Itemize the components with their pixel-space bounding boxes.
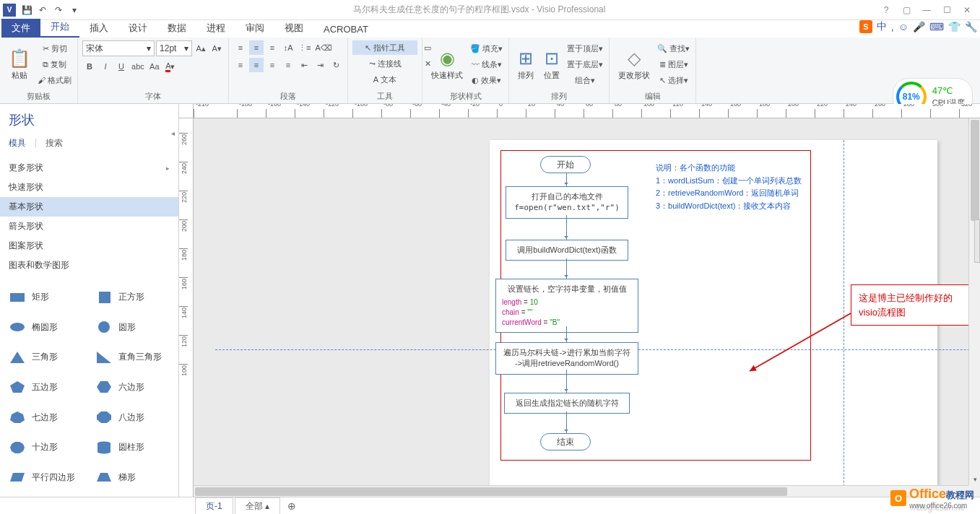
fill-button[interactable]: 🪣 填充▾ [469, 41, 504, 56]
bullets-button[interactable]: ⋮≡ [297, 40, 312, 55]
paste-button[interactable]: 📋 粘贴 [4, 40, 35, 88]
help-icon[interactable]: ? [876, 2, 896, 18]
ime-voice-icon[interactable]: 🎤 [913, 21, 925, 32]
sogou-ime-icon[interactable]: S [859, 20, 872, 33]
tab-design[interactable]: 设计 [118, 19, 157, 38]
shape-hexagon[interactable]: 六边形 [90, 374, 176, 401]
qat-save-icon[interactable]: 💾 [19, 2, 35, 18]
crop-tool-button[interactable]: ✕ [420, 56, 435, 71]
italic-button[interactable]: I [98, 59, 113, 74]
shape-right-triangle[interactable]: 直角三角形 [90, 344, 176, 371]
drawing-page[interactable]: 开始 打开自己的本地文件 f=open(r"wen.txt","r") 调用bu… [215, 140, 968, 485]
justify-button[interactable]: ≡ [281, 58, 295, 72]
canvas-scroll[interactable]: 开始 打开自己的本地文件 f=open(r"wen.txt","r") 调用bu… [194, 118, 968, 485]
underline-button[interactable]: U [114, 59, 129, 74]
layers-button[interactable]: ≣ 图层▾ [656, 57, 691, 71]
qat-redo-icon[interactable]: ↷ [51, 2, 66, 18]
right-panel-expand[interactable] [974, 219, 980, 263]
bold-button[interactable]: B [82, 59, 97, 74]
ime-skin-icon[interactable]: 👕 [948, 21, 961, 32]
align-left-button[interactable]: ≡ [233, 58, 248, 72]
text-tool-button[interactable]: A 文本 [352, 72, 417, 87]
qat-customize-icon[interactable]: ▾ [66, 2, 82, 18]
clear-format-button[interactable]: A⌫ [313, 40, 333, 55]
position-button[interactable]: ⊡位置 [539, 40, 564, 88]
rotate-text-button[interactable]: ↻ [329, 58, 343, 72]
find-button[interactable]: 🔍 查找▾ [656, 41, 691, 56]
add-page-button[interactable]: ⊕ [282, 498, 302, 514]
ime-settings-icon[interactable]: 🔧 [965, 21, 977, 32]
qat-undo-icon[interactable]: ↶ [35, 2, 51, 18]
flow-open-file[interactable]: 打开自己的本地文件 f=open(r"wen.txt","r") [506, 186, 628, 219]
flow-start[interactable]: 开始 [540, 156, 591, 173]
tab-file[interactable]: 文件 [1, 19, 40, 38]
tab-home[interactable]: 开始 [40, 17, 79, 38]
tab-data[interactable]: 数据 [157, 19, 196, 38]
group-button[interactable]: 组合▾ [565, 73, 604, 87]
tab-review[interactable]: 审阅 [235, 19, 274, 38]
change-shape-button[interactable]: ◇更改形状 [614, 40, 654, 88]
font-color-button[interactable]: A▾ [163, 59, 178, 74]
connector-tool-button[interactable]: ⤳ 连接线 [352, 56, 417, 71]
shape-pentagon[interactable]: 五边形 [3, 374, 90, 401]
hscroll-thumb[interactable] [195, 487, 787, 496]
format-painter-button[interactable]: 🖌 格式刷 [36, 73, 73, 87]
shapes-tab-search[interactable]: 搜索 [45, 137, 63, 149]
page-tab-all[interactable]: 全部 ▴ [235, 497, 280, 515]
tab-acrobat[interactable]: ACROBAT [313, 21, 378, 38]
shape-octagon[interactable]: 八边形 [90, 404, 176, 431]
align-top-button[interactable]: ≡ [233, 40, 248, 55]
font-size-combo[interactable]: 12pt▾ [156, 40, 192, 56]
cat-basic-shapes[interactable]: 基本形状 [0, 197, 178, 217]
shapes-panel-collapse-button[interactable]: ◂ [168, 126, 178, 140]
align-button[interactable]: ⊞排列 [513, 40, 538, 88]
tab-view[interactable]: 视图 [274, 19, 313, 38]
shape-cylinder[interactable]: 圆柱形 [90, 434, 176, 461]
horizontal-scrollbar[interactable]: ◂ ▸ [194, 485, 968, 497]
increase-indent-button[interactable]: ⇥ [313, 58, 327, 72]
vscroll-thumb[interactable] [971, 120, 979, 221]
ime-emoji-icon[interactable]: ☺ [898, 21, 909, 32]
minimize-icon[interactable]: — [916, 2, 937, 18]
shape-square[interactable]: 正方形 [90, 284, 176, 311]
close-icon[interactable]: ✕ [957, 2, 977, 18]
shapes-tab-templates[interactable]: 模具 [9, 137, 26, 149]
cat-more-shapes[interactable]: 更多形状▸ [0, 158, 178, 178]
ime-lang-button[interactable]: 中 [877, 20, 887, 33]
shape-decagon[interactable]: 十边形 [3, 434, 90, 461]
decrease-indent-button[interactable]: ⇤ [297, 58, 311, 72]
flow-end[interactable]: 结束 [540, 433, 591, 450]
shape-triangle[interactable]: 三角形 [3, 344, 90, 371]
maximize-icon[interactable]: ☐ [937, 2, 957, 18]
bring-front-button[interactable]: 置于顶层▾ [565, 41, 604, 56]
align-middle-button[interactable]: ≡ [249, 40, 264, 55]
cat-pattern-shapes[interactable]: 图案形状 [0, 236, 178, 256]
flow-set-vars[interactable]: 设置链长，空字符串变量，初值值 length = 10 chain = "" c… [495, 279, 638, 333]
text-direction-button[interactable]: ↕A [281, 40, 295, 55]
font-name-combo[interactable]: 宋体▾ [82, 40, 155, 56]
page-tab-1[interactable]: 页-1 [195, 497, 233, 515]
select-button[interactable]: ↖ 选择▾ [656, 73, 691, 87]
tab-insert[interactable]: 插入 [79, 19, 118, 38]
shrink-font-button[interactable]: A▾ [209, 41, 224, 56]
cat-arrow-shapes[interactable]: 箭头形状 [0, 217, 178, 236]
cut-button[interactable]: ✂ 剪切 [36, 41, 73, 56]
shape-circle[interactable]: 圆形 [90, 314, 176, 341]
scroll-down-icon[interactable]: ▾ [969, 474, 980, 485]
pointer-tool-button[interactable]: ↖ 指针工具 [352, 40, 417, 55]
shape-rectangle[interactable]: 矩形 [3, 284, 90, 311]
shape-parallelogram[interactable]: 平行四边形 [3, 463, 90, 491]
effects-button[interactable]: ◐ 效果▾ [469, 73, 504, 87]
strike-button[interactable]: abc [130, 59, 146, 74]
align-center-button[interactable]: ≡ [249, 58, 264, 72]
grow-font-button[interactable]: A▴ [194, 41, 208, 56]
cat-quick-shapes[interactable]: 快速形状 [0, 178, 178, 197]
tab-process[interactable]: 进程 [196, 19, 235, 38]
align-bottom-button[interactable]: ≡ [265, 40, 279, 55]
rectangle-tool-button[interactable]: ▭ [420, 40, 435, 55]
shape-trapezoid[interactable]: 梯形 [90, 463, 176, 491]
cat-chart-shapes[interactable]: 图表和数学图形 [0, 256, 178, 275]
shape-ellipse[interactable]: 椭圆形 [3, 314, 90, 341]
copy-button[interactable]: ⧉ 复制 [36, 57, 73, 71]
vertical-scrollbar[interactable]: ▴ ▾ [968, 118, 980, 485]
